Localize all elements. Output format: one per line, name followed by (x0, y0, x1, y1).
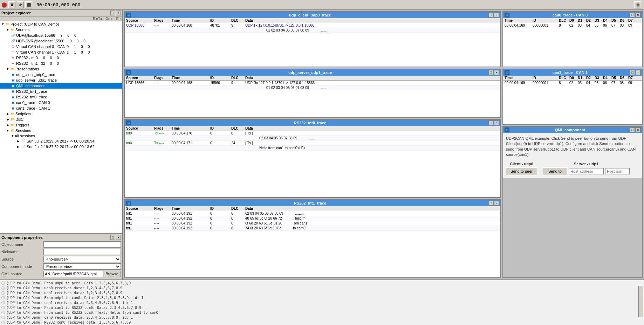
cell-d4: 06 (603, 81, 611, 85)
tree-source-4[interactable]: ● RS232 - tnt0 000 (0, 55, 122, 61)
tree-all-sessions[interactable]: ▼ All sessions (0, 133, 122, 138)
tree-dbc[interactable]: ▶ 📂 DBC (0, 117, 122, 122)
col-d5-can1: D5 (611, 76, 620, 80)
log-icon: ⓘ (1, 305, 5, 310)
tree-root[interactable]: ▼ 📁 Project (UDP to CAN Demo) (0, 21, 122, 27)
can1-close[interactable]: × (636, 70, 640, 75)
log-line: ⓘ(UDP to CAN Demo) From can1 to RS232 co… (1, 310, 643, 315)
can0-close[interactable]: × (636, 13, 640, 18)
udp-server-close[interactable]: × (494, 70, 499, 75)
udp-client-restore[interactable]: □ (488, 13, 493, 18)
tree-source-3[interactable]: ⬡ Virtual CAN channel 1 - CAN 1 100 (0, 49, 122, 55)
panel-close-button[interactable]: × (116, 11, 121, 15)
tree-presentation-4[interactable]: ▣ RS232_tnt0_trace (0, 94, 122, 100)
tree-source-5[interactable]: ● RS232 - tnt1 3200 (0, 61, 122, 66)
tree-presentation-1[interactable]: ▣ udp_server_udp1_trace (0, 77, 122, 83)
cell-time: 00:00:04.169 (505, 23, 533, 27)
col-d7-can1: D7 (628, 76, 637, 80)
col-id-2: ID (210, 126, 231, 130)
cell-source: tnt0 (126, 141, 154, 145)
tree-session-0[interactable]: ▶ 📄 Sun Jul 2 19:29:04 2017 -> 00:00:20.… (0, 138, 122, 144)
cell-time: 00:00:04.192 (172, 216, 210, 220)
triggers-icon: 📂 (10, 123, 15, 127)
rs232-tnt1-close[interactable]: × (494, 201, 499, 206)
can1-restore[interactable]: □ (630, 70, 635, 75)
tree-presentation-3[interactable]: ▣ RS232_tnt1_trace (0, 89, 122, 94)
browse-button[interactable]: Browse (103, 271, 121, 277)
log-icon: ⓘ (1, 291, 5, 296)
tree-presentation-6[interactable]: ▣ can1_trace - CAN 1 (0, 105, 122, 111)
cell-source: UDP:15566 (126, 23, 154, 27)
host-port-input[interactable] (605, 168, 630, 174)
stop-button[interactable] (1, 2, 7, 8)
root-label: Project (UDP to CAN Demo) (11, 22, 59, 26)
log-text: (UDP to CAN Demo) From can1 to RS232 com… (6, 310, 158, 315)
rs232-tnt0-restore[interactable]: □ (488, 120, 493, 125)
can1-body: 00:00:04.169 00000001 8 02 03 04 05 06 0… (503, 81, 642, 85)
cell-d5: 07 (611, 81, 620, 85)
tree-presentations[interactable]: ▼ 📂 Presentations (0, 66, 122, 72)
tree-presentation-2[interactable]: ▣ QML component (0, 83, 122, 89)
comp-props-title: Component properties (1, 235, 43, 240)
tree-source-1[interactable]: 🔗 UDP-SVR@localhost:15566 900 (0, 38, 122, 44)
settings-button[interactable]: ▤ (634, 1, 641, 8)
source-label-2: Virtual CAN channel 0 - CAN 0 (16, 44, 69, 49)
col-flags-3: Flags (154, 207, 172, 210)
tree-triggers[interactable]: ▶ 📂 Triggers (0, 122, 122, 128)
source-label-5: RS232 - tnt1 (16, 61, 38, 65)
cell-empty (154, 146, 172, 150)
cell-id: 15566 (210, 81, 231, 85)
tree-presentation-5[interactable]: ▣ can0_trace - CAN 0 (0, 100, 122, 105)
panel-restore-button[interactable]: □ (110, 11, 115, 15)
tree-scriptlets[interactable]: ▶ 📂 Scriptlets (0, 111, 122, 117)
object-name-input[interactable] (43, 241, 121, 248)
udp-client-close[interactable]: × (494, 13, 499, 18)
cell-flags: ---- (154, 216, 172, 220)
component-mode-label: Component mode (1, 264, 43, 269)
component-mode-select[interactable]: Presenter view (43, 263, 121, 270)
cell-data: 48 65 6c 6c 6f 20 66 72 Hello fr (245, 216, 499, 220)
qml-restore[interactable]: □ (630, 127, 635, 132)
col-d3-can1: D3 (595, 76, 603, 80)
col-time-2: Time (172, 126, 210, 130)
root-arrow: ▼ (1, 22, 5, 26)
pres-label-4: RS232_tnt0_trace (16, 95, 47, 99)
qml-titlebar-icon: ⚙ (505, 127, 509, 132)
rs232-tnt0-close[interactable]: × (494, 120, 499, 125)
rs232-tnt1-restore[interactable]: □ (488, 201, 493, 206)
cell-flags: ---- (154, 226, 172, 230)
col-d0-can0: D0 (569, 19, 578, 22)
qml-server-label: Server - udp1 (543, 162, 630, 166)
pres-icon-2: ▣ (11, 83, 15, 88)
col-id-3: ID (210, 207, 231, 210)
qml-source-input[interactable] (43, 271, 103, 277)
tree-source-0[interactable]: 🔗 UDP@localhost:15566 900 (0, 33, 122, 38)
record-button[interactable]: ⬛ (25, 1, 32, 8)
tree-presentation-0[interactable]: ▣ udp_client_udp0_trace (0, 72, 122, 77)
send-to-peer-button[interactable]: Send to peer (506, 167, 537, 175)
host-address-input[interactable] (569, 168, 604, 174)
tree-sessions[interactable]: ▼ 📂 Sessions (0, 128, 122, 133)
cell-dlc: 24 (231, 141, 245, 145)
table-row: UDP:15566 ---- 00:00:04.168 48701 9 UDP … (125, 23, 500, 28)
restart-button[interactable]: ⟳ (17, 1, 24, 8)
cell-d6: 08 (620, 23, 628, 27)
send-to-button[interactable]: Send to (543, 167, 567, 175)
tree-source-2[interactable]: ⬡ Virtual CAN channel 0 - CAN 0 100 (0, 44, 122, 49)
log-line: ⓘ(UDP to CAN Demo) udp0 receives data: 1… (1, 286, 643, 291)
pause-button[interactable]: ⏸ (8, 1, 15, 8)
nickname-input[interactable] (43, 249, 121, 255)
tree-sources[interactable]: ▼ 📂 Sources (0, 27, 122, 33)
col-id-0: ID (210, 19, 231, 22)
comp-props-close[interactable]: × (116, 235, 121, 240)
can0-restore[interactable]: □ (630, 13, 635, 18)
comp-props-restore[interactable]: □ (110, 235, 115, 240)
table-row: 00:00:04.169 00000001 8 02 03 04 05 06 0… (503, 23, 642, 28)
project-tree[interactable]: ▼ 📁 Project (UDP to CAN Demo) ▼ 📂 Source… (0, 21, 122, 233)
pres-icon-4: ▣ (11, 95, 15, 99)
tree-session-1[interactable]: ▶ 📄 Sun Jul 2 19:37:52 2017 -> 00:00:13.… (0, 144, 122, 150)
cell-flags: ---- (154, 81, 172, 85)
source-select[interactable]: <no-source> (43, 256, 121, 262)
qml-close[interactable]: × (636, 127, 640, 132)
udp-server-restore[interactable]: □ (488, 70, 493, 75)
